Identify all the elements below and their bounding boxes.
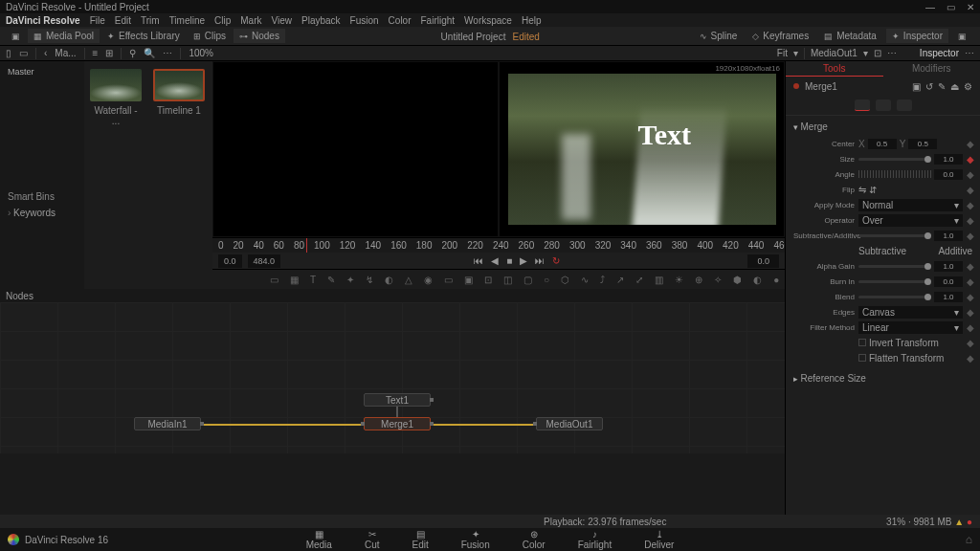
node-enable-icon[interactable] — [793, 83, 799, 89]
flatten-checkbox[interactable] — [858, 354, 866, 362]
menu-clip[interactable]: Clip — [214, 15, 231, 26]
tool-icon[interactable]: ✧ — [714, 274, 722, 285]
tool-icon[interactable]: ▣ — [464, 274, 473, 285]
spline-tab[interactable]: ∿ Spline — [694, 29, 744, 43]
blend-slider[interactable] — [858, 296, 931, 298]
loop-icon[interactable]: ↻ — [552, 255, 560, 266]
tool-icon[interactable]: ▥ — [655, 274, 663, 285]
grid-view-icon[interactable]: ⊞ — [105, 48, 113, 58]
blur-tool-icon[interactable]: ◉ — [424, 274, 433, 285]
tool-icon[interactable]: ⊕ — [695, 274, 702, 285]
panel-toggle-icon[interactable]: ▣ — [6, 30, 26, 43]
flip-v-icon[interactable]: ⇵ — [869, 185, 877, 195]
first-frame-icon[interactable]: ⏮ — [474, 255, 483, 266]
master-tab[interactable]: Ma... — [55, 48, 76, 58]
page-fairlight[interactable]: ♪Fairlight — [578, 529, 612, 550]
viewer-output[interactable]: MediaOut1 — [811, 48, 858, 58]
insp-gear-icon[interactable]: ⚙ — [964, 81, 972, 92]
operator-select[interactable]: Over▾ — [858, 214, 963, 227]
viewer-right[interactable]: 1920x1080xfloat16 Text — [500, 62, 784, 236]
center-y-field[interactable]: 0.5 — [908, 139, 937, 149]
tool-icon[interactable]: ▢ — [523, 274, 532, 285]
tool-icon[interactable]: ▦ — [290, 274, 299, 285]
effects-library-tab[interactable]: ✦ Effects Library — [101, 29, 186, 43]
layout-b-icon[interactable]: ▭ — [19, 48, 28, 58]
zoom-level[interactable]: 100% — [189, 48, 213, 58]
last-frame-icon[interactable]: ⏭ — [535, 255, 545, 266]
burn-in-field[interactable]: 0.0 — [934, 276, 963, 287]
tool-icon[interactable]: ⊡ — [484, 274, 492, 285]
tool-icon[interactable]: ✦ — [346, 274, 354, 285]
tab-modifiers[interactable]: Modifiers — [883, 61, 981, 77]
chevron-left-icon[interactable]: ‹ — [44, 48, 47, 58]
panel-toggle-right-icon[interactable]: ▣ — [952, 29, 972, 43]
tool-icon[interactable]: ◐ — [385, 274, 393, 285]
apply-mode-select[interactable]: Normal▾ — [858, 199, 963, 211]
nodes-tab[interactable]: ⊶ Nodes — [234, 29, 285, 43]
menu-mark[interactable]: Mark — [240, 15, 261, 26]
menu-edit[interactable]: Edit — [115, 15, 131, 26]
node-mediain[interactable]: MediaIn1 — [134, 417, 201, 430]
bin-master[interactable]: Master — [8, 67, 77, 77]
tab-tools[interactable]: Tools — [786, 61, 883, 77]
page-cut[interactable]: ✂Cut — [365, 529, 380, 550]
insp-subtab-icon[interactable] — [897, 99, 912, 111]
insp-view-icon[interactable]: ▣ — [912, 81, 921, 92]
insp-pin-icon[interactable]: ✎ — [938, 81, 946, 92]
edges-select[interactable]: Canvas▾ — [858, 306, 963, 319]
invert-checkbox[interactable] — [858, 339, 866, 346]
filter-select[interactable]: Linear▾ — [858, 321, 963, 334]
node-merge[interactable]: Merge1 — [364, 417, 431, 430]
menu-color[interactable]: Color — [389, 15, 412, 26]
play-icon[interactable]: ▶ — [520, 255, 527, 266]
clip-thumbnail[interactable]: Timeline 1 — [153, 69, 205, 116]
home-icon[interactable]: ⌂ — [966, 533, 972, 546]
timecode-right[interactable]: 0.0 — [747, 254, 779, 268]
insp-lock2-icon[interactable]: ⏏ — [950, 81, 959, 92]
menu-view[interactable]: View — [272, 15, 293, 26]
insp-lock-icon[interactable]: ↺ — [925, 81, 933, 92]
subadd-field[interactable]: 1.0 — [934, 231, 963, 241]
filter-icon[interactable]: ⚲ — [129, 48, 136, 58]
clip-thumbnail[interactable]: Waterfall - ... — [90, 69, 142, 126]
tool-icon[interactable]: ▭ — [444, 274, 453, 285]
tool-icon[interactable]: ◫ — [503, 274, 512, 285]
page-fusion[interactable]: ✦Fusion — [461, 529, 490, 550]
maximize-icon[interactable]: ▭ — [947, 2, 955, 12]
search-icon[interactable]: 🔍 — [144, 48, 155, 58]
inspector-more-icon[interactable]: ⋯ — [965, 48, 974, 58]
menu-fusion[interactable]: Fusion — [350, 15, 379, 26]
menu-playback[interactable]: Playback — [301, 15, 341, 26]
layout-a-icon[interactable]: ▯ — [6, 48, 11, 58]
menu-fairlight[interactable]: Fairlight — [421, 15, 456, 26]
timecode-start[interactable]: 0.0 — [218, 254, 242, 268]
close-icon[interactable]: ✕ — [967, 2, 974, 12]
alpha-gain-field[interactable]: 1.0 — [934, 261, 963, 272]
prev-frame-icon[interactable]: ◀ — [491, 255, 499, 266]
fit-dropdown[interactable]: Fit — [777, 48, 788, 58]
insp-subtab-icon[interactable] — [855, 99, 870, 111]
subadd-slider[interactable] — [858, 234, 931, 237]
brush-tool-icon[interactable]: ✎ — [327, 274, 335, 285]
insp-subtab-icon[interactable] — [876, 99, 891, 111]
text-tool-icon[interactable]: T — [310, 274, 316, 285]
options-icon[interactable]: ⋯ — [163, 48, 172, 58]
blend-field[interactable]: 1.0 — [934, 292, 963, 302]
alpha-gain-slider[interactable] — [858, 265, 931, 268]
flip-h-icon[interactable]: ⇋ — [858, 185, 866, 195]
tool-icon[interactable]: ⬡ — [561, 274, 569, 285]
list-view-icon[interactable]: ≡ — [93, 48, 99, 58]
menu-trim[interactable]: Trim — [141, 15, 160, 26]
size-slider[interactable] — [858, 158, 931, 161]
menu-timeline[interactable]: Timeline — [169, 15, 205, 26]
node-mediaout[interactable]: MediaOut1 — [536, 417, 603, 430]
tool-icon[interactable]: ● — [773, 274, 779, 285]
smart-bin-keywords[interactable]: Keywords — [13, 208, 56, 218]
timecode-end[interactable]: 484.0 — [248, 254, 281, 268]
tool-icon[interactable]: ☀ — [675, 274, 683, 285]
inspector-tab[interactable]: ✦ Inspector — [886, 29, 948, 43]
page-deliver[interactable]: ⤓Deliver — [644, 529, 674, 550]
node-text[interactable]: Text1 — [364, 393, 431, 407]
time-ruler[interactable]: 0204060801001201401601802002202402602803… — [212, 237, 785, 253]
tool-icon[interactable]: ↗ — [616, 274, 624, 285]
